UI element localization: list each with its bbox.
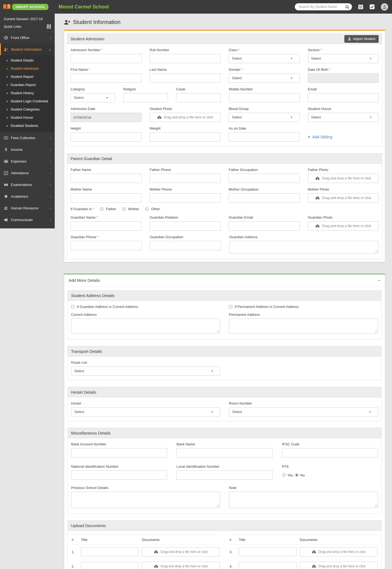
weight-input[interactable] [150,132,221,142]
last-name-input[interactable] [150,74,221,83]
admission-number-input[interactable] [71,54,142,63]
search-input[interactable] [299,5,345,9]
add-sibling-link[interactable]: +Add Sibling [308,132,332,142]
sidebar-item-front-office[interactable]: Front Office ‹ [0,32,55,44]
avatar-person-icon [382,4,387,9]
guardian-phone-input[interactable] [71,241,142,250]
sidebar-subitem-student-categories[interactable]: »Student Categories [0,105,55,114]
calendar-icon[interactable] [358,4,363,10]
user-avatar[interactable] [381,3,388,11]
current-address-textarea[interactable] [71,319,220,334]
sidebar-subitem-student-house[interactable]: »Student House [0,114,55,122]
brand-logo[interactable]: SMART SCHOOL [0,3,55,10]
document-title-input-1[interactable] [81,547,139,556]
student-house-select[interactable]: Select▾ [308,113,379,122]
document-dropzone-2[interactable]: Drag and drop a file here or click [142,562,220,569]
section-select[interactable]: Select▾ [308,54,379,63]
sidebar-item-expenses[interactable]: Expenses ‹ [0,155,55,167]
father-name-input[interactable] [71,174,142,183]
national-id-input[interactable] [71,470,167,480]
religion-input[interactable] [123,93,168,102]
admission-date-input[interactable] [71,113,142,122]
ifsc-code-input[interactable] [282,448,378,457]
email-input[interactable] [308,93,379,102]
sidebar-subitem-student-admission[interactable]: »Student Admission [0,65,55,73]
document-dropzone-3[interactable]: Drag and drop a file here or click [300,547,378,556]
guardian-mother-radio[interactable] [122,207,126,211]
guardian-other-radio[interactable] [145,207,149,211]
father-occupation-label: Father Occupation [229,168,300,172]
route-list-select[interactable]: Select▾ [71,366,220,376]
gender-select[interactable]: Select▾ [229,74,300,83]
sidebar-item-communicate[interactable]: Communicate ‹ [0,214,55,226]
email-label: Email [308,87,379,91]
student-photo-dropzone[interactable]: Drag and drop a file here or click [150,113,221,122]
previous-school-textarea[interactable] [71,492,220,508]
sidebar-subitem-disabled-students[interactable]: »Disabled Students [0,122,55,130]
dob-input[interactable] [308,74,379,83]
roll-number-input[interactable] [150,54,221,63]
sidebar-item-income[interactable]: $ Income ‹ [0,144,55,155]
guardian-name-input[interactable] [71,221,142,231]
guardian-address-textarea[interactable] [229,241,379,253]
as-on-date-input[interactable] [229,132,300,142]
document-dropzone-4[interactable]: Drag and drop a file here or click [300,562,378,569]
mother-occupation-input[interactable] [229,193,300,203]
sidebar-subitem-student-history[interactable]: »Student History [0,89,55,97]
bank-account-input[interactable] [71,448,167,457]
note-textarea[interactable] [229,492,378,508]
room-number-select[interactable]: Select▾ [229,407,378,417]
permanent-address-textarea[interactable] [229,319,378,334]
sidebar-item-human-resource[interactable]: Human Resource ‹ [0,202,55,214]
hostel-select[interactable]: Select▾ [71,407,220,417]
guardian-photo-dropzone[interactable]: Drag and drop a file here or click [308,221,379,231]
category-select[interactable]: Select▾ [71,93,115,102]
sidebar-item-examinations[interactable]: Examinations ‹ [0,179,55,191]
rte-yes-radio[interactable] [282,473,286,477]
blood-group-select[interactable]: Select▾ [229,113,300,122]
document-title-input-2[interactable] [81,562,139,569]
page-header: Student Information [64,19,385,25]
height-input[interactable] [71,132,142,142]
mobile-number-input[interactable] [229,93,300,102]
class-select[interactable]: Select▾ [229,54,300,63]
father-occupation-input[interactable] [229,174,300,183]
front-office-icon [4,36,8,40]
guardian-occupation-input[interactable] [150,241,221,250]
mother-photo-dropzone[interactable]: Drag and drop a file here or click [308,193,379,203]
document-dropzone-1[interactable]: Drag and drop a file here or click [142,547,220,556]
import-student-button[interactable]: Import Student [344,35,379,43]
sidebar-item-fees-collection[interactable]: Fees Collection ‹ [0,132,55,144]
permanent-address-checkbox[interactable] [229,305,232,308]
father-photo-dropzone[interactable]: Drag and drop a file here or click [308,174,379,183]
sidebar-item-student-information[interactable]: Student Information ∨ [0,44,55,55]
sidebar-subitem-student-report[interactable]: »Student Report [0,73,55,81]
father-phone-input[interactable] [150,174,221,183]
mother-phone-input[interactable] [150,193,221,203]
first-name-input[interactable] [71,74,142,83]
grid-icon[interactable] [47,25,51,29]
sidebar-subitem-student-details[interactable]: »Student Details [0,56,55,65]
task-check-icon[interactable] [369,4,375,10]
collapse-icon[interactable]: − [378,279,381,282]
guardian-address-checkbox[interactable] [71,305,75,308]
guardian-email-input[interactable] [229,221,300,231]
quick-links[interactable]: Quick Links [0,22,55,32]
bank-name-input[interactable] [176,448,272,457]
guardian-relation-input[interactable] [150,221,221,231]
mother-name-input[interactable] [71,193,142,203]
sidebar-subitem-student-login-credential[interactable]: »Student Login Credential [0,97,55,105]
sidebar-item-academics[interactable]: Academics ‹ [0,191,55,202]
sidebar-item-attendance[interactable]: Attendance ‹ [0,167,55,179]
guardian-father-radio[interactable] [100,207,104,211]
caste-input[interactable] [176,93,221,102]
card-title: Add More Details [69,278,100,283]
document-title-input-4[interactable] [239,562,296,569]
local-id-input[interactable] [176,470,272,480]
document-title-input-3[interactable] [239,547,296,556]
gender-label: Gender* [229,68,300,72]
rte-no-radio[interactable] [295,473,299,477]
search-icon[interactable] [345,5,349,9]
guardian-phone-label: Guardian Phone* [71,235,142,239]
sidebar-subitem-guardian-report[interactable]: »Guardian Report [0,81,55,89]
